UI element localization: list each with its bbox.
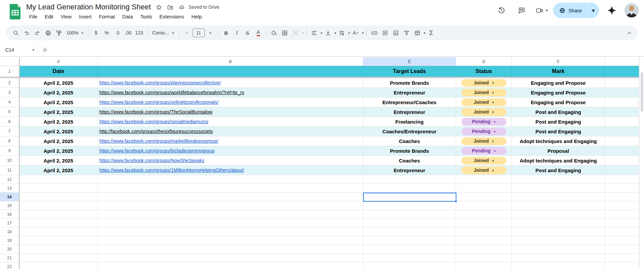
row-header[interactable]: 5 [0, 107, 19, 117]
target-leads-cell[interactable]: Entrepreneur/Coaches [363, 97, 456, 107]
vertical-scrollbar[interactable] [639, 57, 644, 269]
mark-cell[interactable]: Adopt techniques and Engaging [512, 156, 605, 165]
chip-caret-icon[interactable]: ▾ [492, 100, 494, 104]
column-header-C[interactable]: C [363, 57, 456, 66]
menu-view[interactable]: View [58, 13, 75, 20]
empty-cell[interactable] [605, 117, 639, 127]
empty-cell[interactable] [19, 193, 98, 201]
empty-cell[interactable] [363, 236, 456, 245]
name-box[interactable]: C14 ▾ [0, 47, 38, 53]
decrease-decimal-button[interactable]: .0 [112, 28, 122, 38]
empty-cell[interactable] [456, 201, 512, 210]
empty-cell[interactable] [605, 156, 639, 165]
status-cell[interactable]: Joined▾ [456, 107, 512, 117]
meet-call-control[interactable]: ▾ [534, 3, 548, 18]
print-icon[interactable] [43, 28, 53, 38]
empty-cell[interactable] [605, 219, 639, 227]
header-cell-status[interactable]: Status [456, 66, 512, 77]
empty-cell[interactable] [363, 227, 456, 236]
text-wrap-icon[interactable] [337, 28, 347, 38]
gemini-sparkle-icon[interactable] [604, 3, 619, 18]
vertical-align-caret-icon[interactable]: ▾ [335, 31, 336, 35]
share-dropdown-caret[interactable]: ▾ [588, 3, 599, 18]
empty-cell[interactable] [512, 254, 605, 262]
menu-format[interactable]: Format [96, 13, 118, 20]
chip-caret-icon[interactable]: ▾ [492, 169, 494, 172]
menu-data[interactable]: Data [119, 13, 136, 20]
status-cell[interactable]: Pending▾ [456, 146, 512, 156]
increase-decimal-button[interactable]: .00 [123, 28, 133, 38]
status-cell[interactable]: Pending▾ [456, 127, 512, 136]
mark-cell[interactable]: Post and Engaging [512, 107, 605, 117]
empty-cell[interactable] [605, 88, 639, 97]
row-header[interactable]: 9 [0, 146, 19, 156]
empty-cell[interactable] [98, 184, 363, 193]
move-folder-icon[interactable] [167, 4, 174, 10]
table-views-icon[interactable] [412, 28, 423, 38]
empty-cell[interactable] [19, 210, 98, 219]
font-size-input[interactable]: 11 [193, 28, 205, 37]
empty-cell[interactable] [456, 219, 512, 227]
empty-cell[interactable] [456, 236, 512, 245]
empty-cell[interactable] [605, 254, 639, 262]
empty-cell[interactable] [605, 262, 639, 269]
empty-cell[interactable] [605, 184, 639, 193]
empty-cell[interactable] [19, 236, 98, 245]
target-leads-cell[interactable]: Promote Brands [363, 146, 456, 156]
target-leads-cell[interactable]: Entrepreneur [363, 88, 456, 97]
chip-caret-icon[interactable]: ▾ [494, 130, 496, 133]
active-cell-outline[interactable] [363, 193, 456, 202]
group-link[interactable]: https://www.facebook.com/groups/TheSocia… [99, 109, 212, 115]
status-chip[interactable]: Joined▾ [461, 157, 506, 164]
date-cell[interactable]: April 2, 2025 [19, 107, 98, 117]
empty-cell[interactable] [512, 236, 605, 245]
menu-edit[interactable]: Edit [42, 13, 56, 20]
status-chip[interactable]: Joined▾ [461, 98, 506, 106]
horizontal-align-caret-icon[interactable]: ▾ [321, 31, 323, 35]
chip-caret-icon[interactable]: ▾ [492, 91, 494, 94]
scrollbar-thumb[interactable] [641, 72, 643, 112]
group-link[interactable]: http://facebook.com/groups/thesixfigures… [99, 129, 213, 134]
menu-help[interactable]: Help [188, 13, 205, 20]
vertical-align-icon[interactable] [323, 28, 333, 38]
empty-cell[interactable] [456, 245, 512, 254]
redo-icon[interactable] [32, 28, 42, 38]
decrease-font-size-button[interactable]: − [182, 28, 192, 38]
empty-cell[interactable] [19, 175, 98, 184]
empty-cell[interactable] [98, 236, 363, 245]
header-cell-f[interactable] [605, 66, 639, 77]
url-cell[interactable]: https://www.facebook.com/groups/playinpu… [98, 78, 363, 88]
row-header[interactable]: 22 [0, 262, 19, 269]
fill-color-icon[interactable] [269, 28, 279, 38]
target-leads-cell[interactable]: Freelancing [363, 117, 456, 127]
version-history-icon[interactable] [494, 3, 509, 18]
empty-cell[interactable] [456, 254, 512, 262]
date-cell[interactable]: April 2, 2025 [19, 146, 98, 156]
empty-cell[interactable] [456, 210, 512, 219]
header-cell-url[interactable] [98, 66, 363, 77]
menu-extensions[interactable]: Extensions [156, 13, 187, 20]
row-header[interactable]: 6 [0, 117, 19, 127]
empty-cell[interactable] [363, 184, 456, 193]
text-rotation-icon[interactable]: A↗ [351, 28, 361, 38]
target-leads-cell[interactable]: Coaches [363, 136, 456, 146]
column-header-F[interactable] [605, 57, 639, 66]
empty-cell[interactable] [605, 201, 639, 210]
status-cell[interactable]: Pending▾ [456, 117, 512, 127]
chip-caret-icon[interactable]: ▾ [494, 149, 496, 153]
empty-cell[interactable] [456, 184, 512, 193]
row-header[interactable]: 15 [0, 201, 19, 210]
filter-icon[interactable] [402, 28, 412, 38]
url-cell[interactable]: https://www.facebook.com/groups/TheSocia… [98, 107, 363, 117]
mark-cell[interactable]: Engaging and Propose [512, 78, 605, 88]
menu-insert[interactable]: Insert [76, 13, 95, 20]
date-cell[interactable]: April 2, 2025 [19, 156, 98, 165]
empty-cell[interactable] [512, 262, 605, 269]
status-chip[interactable]: Joined▾ [461, 108, 506, 116]
chip-caret-icon[interactable]: ▾ [492, 81, 494, 85]
status-chip[interactable]: Joined▾ [461, 79, 506, 87]
empty-cell[interactable] [512, 227, 605, 236]
status-cell[interactable]: Joined▾ [456, 156, 512, 165]
target-leads-cell[interactable]: Coaches/Entrepreneur [363, 127, 456, 136]
search-icon[interactable] [11, 28, 21, 38]
